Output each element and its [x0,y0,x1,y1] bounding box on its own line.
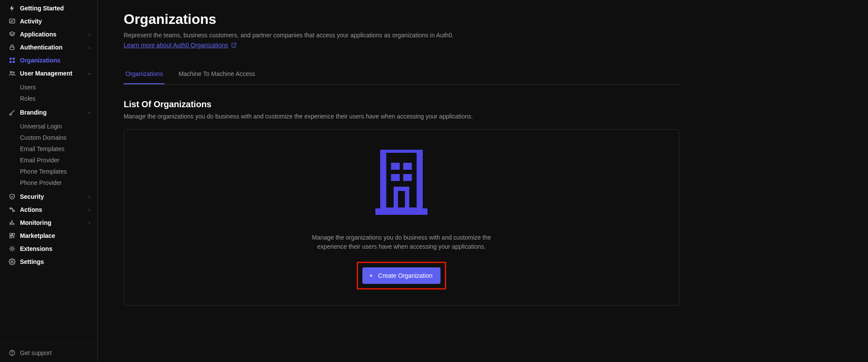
svg-rect-3 [13,58,15,60]
sidebar-footer: Get support [0,343,97,362]
svg-rect-12 [13,234,15,236]
sidebar-item-label: Branding [20,109,87,116]
page-title: Organizations [124,11,679,27]
chevron-down-icon [87,110,92,115]
section-title: List Of Organizations [124,99,679,109]
sidebar: Getting StartedActivityApplicationsAuthe… [0,0,98,362]
tab-organizations[interactable]: Organizations [124,65,164,84]
chevron-down-icon [87,71,92,76]
sidebar-item-label: Marketplace [20,232,92,239]
sidebar-item-getting-started[interactable]: Getting Started [0,2,97,15]
chart-line-icon [9,18,16,25]
sidebar-item-label: Organizations [20,57,92,64]
svg-rect-2 [10,58,12,60]
svg-point-15 [11,261,13,263]
svg-point-14 [11,247,13,250]
sidebar-item-label: Security [20,193,87,200]
main-content: Organizations Represent the teams, busin… [98,0,705,362]
sidebar-item-label: Getting Started [20,5,92,12]
svg-rect-4 [10,61,12,63]
flow-icon [9,206,16,213]
chevron-right-icon [87,45,92,50]
svg-point-7 [13,72,14,73]
store-icon [9,232,16,239]
empty-state-description: Manage the organizations you do business… [306,233,497,251]
sidebar-item-label: Applications [20,31,87,38]
users-icon [9,70,16,77]
gear-icon [9,258,16,265]
sidebar-item-authentication[interactable]: Authentication [0,41,97,54]
tab-machine-to-machine-access[interactable]: Machine To Machine Access [177,65,256,84]
sidebar-item-activity[interactable]: Activity [0,15,97,28]
sidebar-item-label: User Management [20,70,87,77]
sidebar-submenu-user-management: UsersRoles [0,80,97,106]
chevron-right-icon [87,194,92,199]
building-icon [375,150,427,215]
layers-icon [9,31,16,38]
svg-rect-24 [396,189,407,211]
svg-rect-1 [10,47,14,49]
sidebar-item-settings[interactable]: Settings [0,255,97,268]
svg-rect-21 [403,163,412,170]
svg-rect-10 [13,223,14,225]
sidebar-item-actions[interactable]: Actions [0,203,97,216]
sidebar-item-security[interactable]: Security [0,190,97,203]
create-organization-label: Create Organization [378,272,432,279]
sidebar-item-monitoring[interactable]: Monitoring [0,216,97,229]
shield-icon [9,193,16,200]
sidebar-subitem-email-provider[interactable]: Email Provider [0,155,97,166]
learn-more-link[interactable]: Learn more about Auth0 Organizations [124,42,237,49]
learn-more-label: Learn more about Auth0 Organizations [124,42,228,49]
sidebar-item-label: Authentication [20,44,87,51]
svg-rect-8 [10,222,11,225]
external-link-icon [231,42,237,48]
sidebar-subitem-roles[interactable]: Roles [0,93,97,104]
sidebar-subitem-phone-templates[interactable]: Phone Templates [0,166,97,177]
sidebar-subitem-custom-domains[interactable]: Custom Domains [0,132,97,143]
sidebar-item-extensions[interactable]: Extensions [0,242,97,255]
sidebar-item-get-support[interactable]: Get support [0,346,97,359]
sidebar-item-label: Settings [20,258,92,265]
sidebar-item-label: Extensions [20,245,92,252]
sidebar-item-marketplace[interactable]: Marketplace [0,229,97,242]
chevron-right-icon [87,207,92,212]
svg-rect-5 [13,61,15,63]
chevron-right-icon [87,32,92,37]
sidebar-subitem-phone-provider[interactable]: Phone Provider [0,177,97,188]
sidebar-item-branding[interactable]: Branding [0,106,97,119]
sidebar-item-label: Monitoring [20,219,87,226]
svg-rect-0 [10,19,15,23]
svg-rect-13 [10,236,12,238]
sidebar-item-applications[interactable]: Applications [0,28,97,41]
svg-rect-22 [391,174,400,181]
lock-icon [9,44,16,51]
sidebar-item-user-management[interactable]: User Management [0,67,97,80]
bars-icon [9,219,16,226]
create-organization-button[interactable]: Create Organization [362,267,440,284]
svg-point-17 [12,354,12,355]
highlight-box: Create Organization [357,262,446,290]
brush-icon [9,109,16,116]
svg-rect-11 [10,234,12,236]
sidebar-submenu-branding: Universal LoginCustom DomainsEmail Templ… [0,119,97,190]
sidebar-item-label: Actions [20,206,87,213]
sidebar-footer-label: Get support [20,349,92,356]
sidebar-item-label: Activity [20,18,92,25]
svg-rect-23 [403,174,412,181]
help-icon [9,349,16,356]
sidebar-subitem-universal-login[interactable]: Universal Login [0,121,97,132]
plus-icon [368,273,374,278]
sidebar-subitem-users[interactable]: Users [0,82,97,93]
sidebar-subitem-email-templates[interactable]: Email Templates [0,143,97,155]
section-description: Manage the organizations you do business… [124,113,679,120]
chevron-right-icon [87,220,92,225]
empty-state-panel: Manage the organizations you do business… [124,129,679,306]
grid-icon [9,57,16,64]
puzzle-icon [9,245,16,252]
sidebar-nav: Getting StartedActivityApplicationsAuthe… [0,2,97,343]
bolt-icon [9,5,16,12]
svg-rect-20 [391,163,400,170]
sidebar-item-organizations[interactable]: Organizations [0,54,97,67]
svg-rect-9 [12,220,13,225]
tabs: OrganizationsMachine To Machine Access [124,65,679,85]
